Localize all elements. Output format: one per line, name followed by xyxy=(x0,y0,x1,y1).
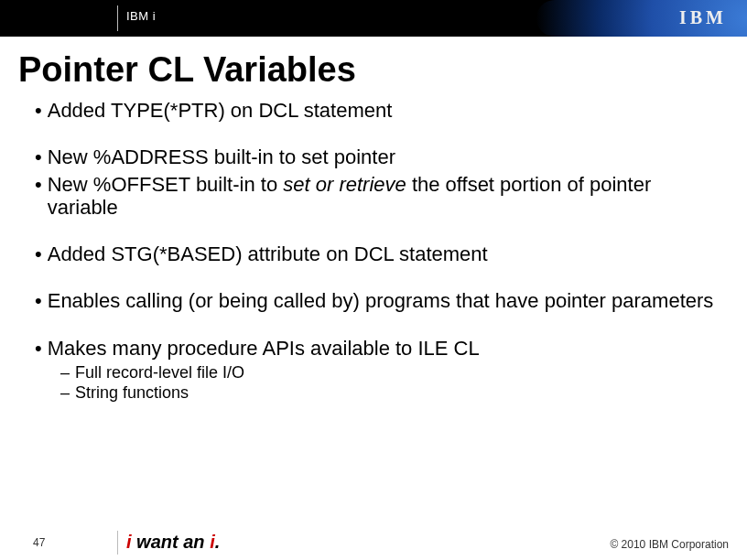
slide-header: IBM i IBM xyxy=(0,0,747,37)
slide: IBM i IBM Pointer CL Variables • Added T… xyxy=(0,0,747,560)
bullet-item: • Enables calling (or being called by) p… xyxy=(35,289,720,312)
sub-bullet-text: Full record-level file I/O xyxy=(75,363,244,383)
tagline-dot: . xyxy=(215,532,221,552)
bullet-text: New %OFFSET built-in to set or retrieve … xyxy=(48,173,720,220)
bullet-icon: • xyxy=(35,242,42,265)
slide-footer: 47 i want an i. © 2010 IBM Corporation xyxy=(0,527,747,560)
bullet-text: Added TYPE(*PTR) on DCL statement xyxy=(48,99,720,122)
bullet-item: • New %ADDRESS built-in to set pointer xyxy=(35,145,720,168)
bullet-text: Enables calling (or being called by) pro… xyxy=(48,289,720,312)
copyright-text: © 2010 IBM Corporation xyxy=(610,538,729,551)
slide-title: Pointer CL Variables xyxy=(18,50,356,90)
bullet-text: Makes many procedure APIs available to I… xyxy=(48,337,720,360)
slide-content: • Added TYPE(*PTR) on DCL statement • Ne… xyxy=(35,99,720,403)
bullet-item: • Added TYPE(*PTR) on DCL statement xyxy=(35,99,720,122)
bullet-text-italic: set or retrieve xyxy=(283,173,406,196)
footer-tagline: i want an i. xyxy=(126,532,220,553)
tagline-text: want an xyxy=(132,532,211,552)
bullet-text: Added STG(*BASED) attribute on DCL state… xyxy=(48,242,720,265)
dash-icon: – xyxy=(60,383,70,404)
bullet-icon: • xyxy=(35,337,42,360)
bullet-item: • New %OFFSET built-in to set or retriev… xyxy=(35,173,720,220)
sub-bullet-item: – Full record-level file I/O xyxy=(60,363,720,383)
bullet-icon: • xyxy=(35,99,42,122)
header-divider xyxy=(117,5,118,31)
bullet-icon: • xyxy=(35,145,42,168)
bullet-icon: • xyxy=(35,173,42,220)
bullet-text-part: New %OFFSET built-in to xyxy=(48,173,284,196)
ibm-logo: IBM xyxy=(679,7,727,28)
sub-bullet-text: String functions xyxy=(75,383,189,404)
footer-divider xyxy=(117,531,118,555)
bullet-icon: • xyxy=(35,289,42,312)
bullet-item: • Added STG(*BASED) attribute on DCL sta… xyxy=(35,242,720,265)
bullet-text: New %ADDRESS built-in to set pointer xyxy=(48,145,720,168)
sub-bullet-item: – String functions xyxy=(60,383,720,404)
bullet-item: • Makes many procedure APIs available to… xyxy=(35,337,720,360)
dash-icon: – xyxy=(60,363,70,383)
page-number: 47 xyxy=(33,536,45,549)
product-name: IBM i xyxy=(126,9,156,23)
